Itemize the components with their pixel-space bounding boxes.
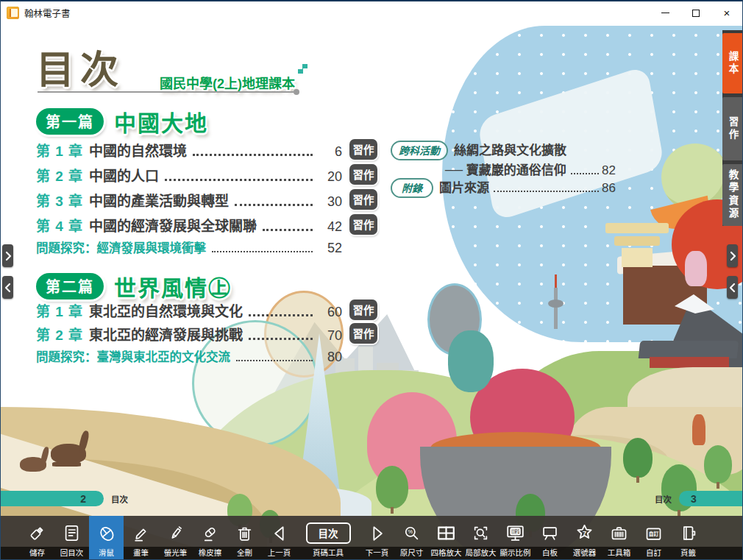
chapter-number: 第 1 章	[36, 300, 89, 320]
workbook-badge[interactable]: 習作	[349, 300, 377, 320]
highlighter-icon	[166, 519, 185, 547]
flip-next-button-right[interactable]	[727, 244, 738, 267]
illu-pavilion-base	[622, 248, 653, 267]
page-number: 82	[602, 163, 616, 178]
toc-row-explore[interactable]: 問題探究：臺灣與東北亞的文化交流 80	[36, 347, 342, 365]
page-number: 52	[317, 241, 342, 256]
flip-prev-button-left[interactable]	[2, 276, 13, 299]
save-button[interactable]: 儲存	[20, 516, 54, 559]
star-7-icon: 7	[574, 519, 595, 547]
chevron-right-icon	[4, 251, 12, 261]
chapter-number: 第 1 章	[36, 140, 89, 160]
maximize-icon	[692, 10, 700, 17]
appendix-badge: 附錄	[391, 178, 433, 198]
close-button[interactable]: ×	[711, 1, 742, 24]
current-page-button[interactable]: 目次	[306, 522, 351, 544]
page-title: 目次	[36, 39, 124, 94]
extra-row-appendix[interactable]: 附錄 圖片來源 86	[391, 177, 616, 198]
page-number: 6	[317, 144, 342, 160]
tree-icon	[623, 438, 653, 478]
toolbox-icon	[609, 519, 629, 547]
window-title: 翰林電子書	[24, 6, 650, 20]
page-number-pill-left: 2	[1, 491, 104, 506]
eraser-icon	[200, 519, 220, 547]
tree-icon	[704, 445, 732, 483]
workbook-badge[interactable]: 習作	[349, 189, 377, 210]
back-to-toc-button[interactable]: 回目次	[54, 516, 89, 559]
app-icon	[7, 7, 19, 19]
minimize-button[interactable]	[650, 1, 680, 24]
page-number: 70	[317, 328, 342, 344]
illu-kimchi-figure-teal	[448, 330, 494, 392]
prev-page-button[interactable]: 上一頁	[262, 516, 296, 559]
toolbox-button[interactable]: 工具箱	[602, 516, 636, 559]
illu-palace-band	[650, 357, 729, 368]
toc-row[interactable]: 第 3 章 中國的產業活動與轉型 30	[36, 190, 342, 210]
whiteboard-icon	[540, 519, 560, 547]
toc-row-explore[interactable]: 問題探究：經濟發展與環境衝擊 52	[36, 238, 342, 256]
region-zoom-button[interactable]: 局部放大	[463, 516, 498, 559]
chapter-title: 中國的人口	[89, 165, 159, 185]
extra-row-cross-activity-line2[interactable]: ── 寶藏巖的通俗信仰 82	[445, 160, 616, 178]
toc-row[interactable]: 第 4 章 中國的經濟發展與全球關聯 42	[36, 215, 342, 235]
explore-title: 問題探究：臺灣與東北亞的文化交流	[36, 347, 230, 365]
titlebar: 翰林電子書 ×	[1, 1, 742, 24]
toc-row[interactable]: 第 1 章 東北亞的自然環境與文化 60	[36, 300, 342, 320]
region-magnifier-icon	[471, 519, 491, 547]
section-1-name: 中國大地	[114, 105, 208, 138]
whiteboard-button[interactable]: 白板	[533, 516, 567, 559]
chapter-number: 第 2 章	[36, 165, 89, 185]
extra-title: 圖片來源	[439, 177, 489, 196]
chevron-left-icon	[4, 283, 12, 293]
illu-seoul-tower-disc	[548, 300, 564, 308]
eraser-tool-button[interactable]: 橡皮擦	[193, 516, 227, 559]
usb-save-icon	[27, 519, 47, 547]
extra-row-cross-activity[interactable]: 跨科活動 絲綢之路與文化擴散	[391, 140, 566, 160]
section-2-heading: 第二篇 世界風情㊤	[36, 270, 232, 302]
four-grid-zoom-button[interactable]: 四格放大	[429, 516, 463, 559]
extra-subtitle: ── 寶藏巖的通俗信仰	[445, 160, 566, 178]
workbook-badge[interactable]: 習作	[349, 214, 377, 235]
display-ratio-button[interactable]: 固定 顯示比例	[498, 516, 533, 559]
tab-teaching-resources[interactable]: 教學資源	[722, 164, 742, 226]
page-number: 42	[317, 219, 342, 235]
workbook-badge[interactable]: 習作	[349, 164, 377, 185]
page-label-left: 目次	[111, 493, 128, 505]
custom-button[interactable]: 自訂 自訂	[636, 516, 671, 559]
original-size-button[interactable]: % 原尺寸	[394, 516, 429, 559]
page-tab-button[interactable]: 頁籤	[671, 516, 705, 559]
page-number: 60	[317, 305, 342, 320]
workbook-badge[interactable]: 習作	[349, 139, 377, 160]
page-subtitle: 國民中學(2上)地理課本	[160, 73, 295, 92]
toc-row[interactable]: 第 2 章 中國的人口 20	[36, 165, 342, 185]
chapter-number: 第 4 章	[36, 215, 89, 235]
chevron-right-icon	[729, 251, 736, 261]
highlighter-tool-button[interactable]: 螢光筆	[158, 516, 193, 559]
page-label-right: 目次	[655, 493, 672, 505]
dot-leader	[249, 338, 313, 340]
dot-leader	[212, 251, 313, 252]
monitor-fixed-icon: 固定	[505, 519, 526, 547]
page-number-tool-button[interactable]: 目次 頁碼工具	[296, 516, 360, 559]
tab-workbook[interactable]: 習作	[722, 97, 742, 160]
pen-tool-button[interactable]: 畫筆	[124, 516, 158, 559]
svg-text:7: 7	[583, 530, 586, 537]
workbook-badge[interactable]: 習作	[349, 323, 377, 344]
next-page-button[interactable]: 下一頁	[360, 516, 394, 559]
page-number-pill-right: 3	[679, 491, 742, 506]
chapter-number: 第 3 章	[36, 190, 89, 210]
flip-prev-button-right[interactable]	[727, 276, 738, 299]
ebook-page: 目次 國民中學(2上)地理課本 第一篇 中國大地 第 1 章 中國的自然環境 6…	[1, 26, 742, 559]
chapter-title: 中國的產業活動與轉型	[89, 190, 229, 210]
chapter-title: 中國的經濟發展與全球關聯	[89, 215, 257, 235]
tab-textbook[interactable]: 課本	[722, 33, 742, 93]
zoom-percent-icon: %	[402, 519, 422, 547]
toc-row[interactable]: 第 1 章 中國的自然環境 6	[36, 140, 342, 160]
number-picker-button[interactable]: 7 選號器	[567, 516, 602, 559]
maximize-button[interactable]	[680, 1, 711, 24]
delete-all-button[interactable]: 全刪	[227, 516, 262, 559]
flip-next-button-left[interactable]	[2, 244, 13, 267]
grid-2x2-icon	[436, 519, 457, 547]
mouse-tool-button[interactable]: 滑鼠	[89, 516, 124, 559]
toc-row[interactable]: 第 2 章 東北亞的經濟發展與挑戰 70	[36, 324, 342, 344]
